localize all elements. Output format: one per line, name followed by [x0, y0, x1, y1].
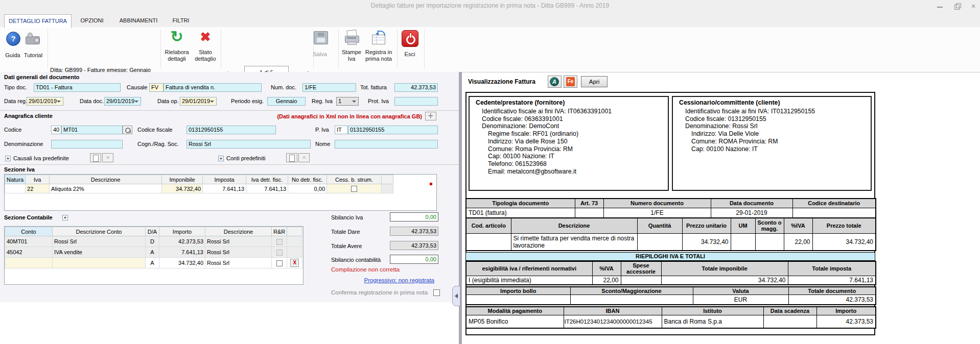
- causale-code-field[interactable]: FV: [149, 83, 164, 92]
- cell-da[interactable]: D: [146, 236, 159, 247]
- codice-fiscale-field[interactable]: 01312950155: [186, 126, 276, 134]
- conti-new-button[interactable]: [286, 153, 297, 162]
- cessionario-line: Codice fiscale: 01312950155: [673, 115, 871, 123]
- search-cliente-button[interactable]: [123, 126, 132, 134]
- assosoftware-view-button[interactable]: A: [548, 76, 562, 88]
- salva-button[interactable]: Salva: [306, 30, 334, 69]
- conferma-checkbox[interactable]: [433, 289, 440, 296]
- nome-field[interactable]: [335, 140, 438, 149]
- codice-field[interactable]: MT01: [61, 126, 123, 134]
- conti-predefiniti-label: Conti predefiniti: [226, 154, 265, 163]
- apri-button[interactable]: Apri: [581, 76, 608, 87]
- cell-iva[interactable]: 22: [26, 184, 50, 193]
- piva-country-field[interactable]: IT: [335, 126, 348, 134]
- expander-sezione-contabile[interactable]: [62, 215, 68, 220]
- data-reg-field[interactable]: 29/01/2019: [27, 97, 63, 106]
- cell-descrizione[interactable]: Rossi Srl: [205, 247, 272, 258]
- cell-imposta[interactable]: 7.641,13: [203, 184, 246, 193]
- cell-conto[interactable]: 45042: [5, 247, 53, 258]
- col-iban: IBAN: [564, 307, 662, 315]
- cell-da[interactable]: A: [146, 258, 159, 268]
- cell-imponibile[interactable]: 34.732,40: [162, 184, 203, 193]
- ragsoc-field[interactable]: Rossi Srl: [186, 140, 311, 149]
- col-piva-perc: %IVA: [592, 261, 621, 276]
- rr-checkbox[interactable]: [276, 239, 283, 245]
- fattura-elettronica-view-button[interactable]: Fe: [564, 76, 577, 88]
- rr-checkbox[interactable]: [276, 250, 283, 256]
- cell-no-detr[interactable]: 0,00: [288, 184, 327, 193]
- window-title: Dettaglio fatture per importazione regis…: [0, 2, 980, 9]
- data-op-field[interactable]: 29/01/2019: [180, 97, 217, 106]
- expander-causali-iva[interactable]: [5, 156, 11, 161]
- cell-modalita: MP05 Bonifico: [466, 315, 564, 328]
- title-bar: Dettaglio fatture per importazione regis…: [0, 0, 980, 13]
- tab-opzioni[interactable]: OPZIONI: [76, 14, 108, 27]
- cell-conto[interactable]: 40MT01: [5, 236, 53, 247]
- cell-descrizione[interactable]: Rossi Srl: [205, 236, 272, 247]
- denominazione-field[interactable]: [51, 140, 123, 149]
- minimize-button[interactable]: [932, 0, 947, 12]
- close-button[interactable]: ×: [966, 0, 980, 12]
- num-doc-field[interactable]: 1/FE: [302, 83, 356, 92]
- save-icon: [314, 31, 328, 44]
- cell-descrizione: Si rimette fattura per vendita merce di …: [511, 233, 637, 251]
- cell-rr: [272, 236, 287, 247]
- tot-fattura-field[interactable]: 42.373,53: [394, 83, 438, 92]
- stato-dettaglio-button[interactable]: ✖ Stato dettaglio: [187, 30, 224, 69]
- conti-delete-button[interactable]: ×: [298, 153, 310, 162]
- toolbar-separator: [221, 30, 221, 68]
- progressivo-link[interactable]: Progressivo: non registrata: [337, 277, 434, 283]
- cell-cess-strum: [327, 184, 382, 193]
- cell-desc-conto[interactable]: Rossi Srl: [53, 236, 146, 247]
- cell-iva-detr[interactable]: 7.641,13: [246, 184, 288, 193]
- causali-delete-button[interactable]: ×: [102, 153, 113, 162]
- expand-anagrafica-button[interactable]: ✛: [425, 112, 436, 120]
- cell-importo[interactable]: 7.641,13: [159, 247, 205, 258]
- cell-descrizione[interactable]: Rossi Srl: [205, 258, 272, 268]
- codice-num-field[interactable]: 40: [51, 126, 61, 134]
- tipo-doc-field[interactable]: TD01 - Fattura: [34, 83, 121, 92]
- tab-dettaglio-fattura[interactable]: DETTAGLIO FATTURA: [4, 14, 72, 28]
- section-divider: [0, 110, 459, 111]
- splitter-collapse-handle[interactable]: [452, 286, 460, 306]
- section-sezione-contabile: Sezione Contabile: [4, 214, 53, 220]
- restore-button[interactable]: [949, 0, 965, 12]
- cell-descrizione[interactable]: Aliquota 22%: [50, 184, 162, 193]
- cell-valuta: EUR: [693, 294, 788, 305]
- periodo-esig-field[interactable]: Gennaio: [267, 97, 306, 106]
- col-iva-detr: Iva detr. fisc.: [246, 175, 288, 184]
- piva-field[interactable]: 01312950155: [348, 126, 438, 134]
- tab-filtri[interactable]: FILTRI: [169, 14, 193, 27]
- cell-conto[interactable]: [5, 258, 53, 268]
- cell-desc-conto[interactable]: IVA vendite: [53, 247, 146, 258]
- section-divider: [0, 164, 459, 165]
- rr-checkbox[interactable]: [276, 260, 283, 266]
- iva-grid: Natura Iva Descrizione Imponibile Impost…: [4, 174, 437, 211]
- causali-new-button[interactable]: [90, 153, 101, 162]
- denominazione-label: Denominazione: [4, 140, 43, 149]
- cell-importo[interactable]: 34.732,40: [159, 258, 205, 268]
- data-doc-field[interactable]: 29/01/2019: [104, 97, 141, 106]
- cell-da[interactable]: A: [146, 247, 159, 258]
- cell-importo[interactable]: 42.373,53: [159, 236, 205, 247]
- tab-abbinamenti[interactable]: ABBINAMENTI: [114, 14, 162, 27]
- registra-prima-nota-button[interactable]: Registra in prima nota: [360, 30, 398, 69]
- cell-natura[interactable]: [5, 184, 26, 193]
- cess-strum-checkbox[interactable]: [351, 186, 357, 192]
- cell-desc-conto[interactable]: [53, 258, 146, 268]
- causale-desc-field[interactable]: Fattura di vendita n.: [164, 83, 262, 92]
- col-descrizione: Descrizione: [511, 218, 637, 233]
- tutorial-button[interactable]: Tutorial: [21, 30, 45, 69]
- col-da: D/A: [146, 227, 159, 236]
- prot-iva-field[interactable]: [394, 97, 438, 106]
- expander-conti-predefiniti[interactable]: [218, 156, 224, 161]
- cessionario-box: Cessionario/committente (cliente) Identi…: [672, 96, 872, 191]
- pagamento-table: Modalità pagamento IBAN Istituto Data sc…: [465, 306, 876, 329]
- esci-button[interactable]: Esci: [399, 30, 421, 69]
- iva-grid-header-row: Natura Iva Descrizione Imponibile Impost…: [5, 175, 393, 184]
- cell-um: [731, 233, 755, 251]
- col-imponibile: Imponibile: [162, 175, 203, 184]
- delete-row-button[interactable]: X: [290, 259, 299, 267]
- reg-iva-select[interactable]: 1: [336, 97, 359, 106]
- cell-piva-perc: 22,00: [592, 276, 621, 285]
